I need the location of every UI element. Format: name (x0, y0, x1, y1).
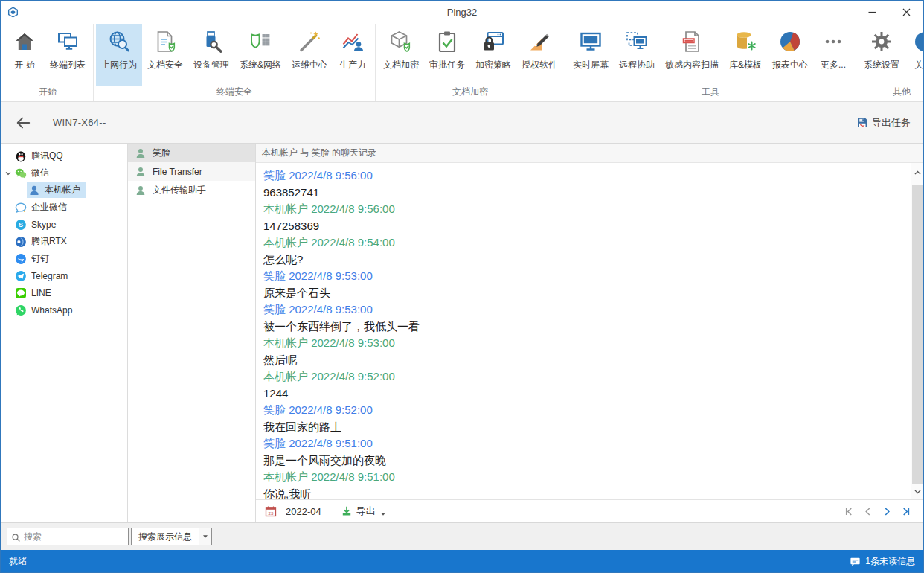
dingtalk-icon (15, 253, 27, 265)
device-management-icon (199, 30, 223, 54)
ribbon-group-label: 工具 (568, 86, 853, 100)
scroll-down-icon[interactable] (911, 484, 923, 498)
contact-row[interactable]: 文件传输助手 (128, 181, 255, 199)
ribbon-button-web-behavior[interactable]: 上网行为 (96, 24, 142, 86)
ribbon-button-report-center[interactable]: 报表中心 (767, 24, 813, 86)
message-sender-time: 笑脸 2022/4/8 9:52:00 (263, 402, 903, 418)
contact-icon (135, 185, 147, 196)
message-sender-time: 笑脸 2022/4/8 9:56:00 (263, 167, 903, 184)
ribbon-button-label: 系统设置 (864, 59, 899, 71)
ribbon-button-label: 加密策略 (475, 59, 511, 71)
ribbon-button-library-template[interactable]: 库&模板 (724, 24, 767, 86)
search-filter-dropdown[interactable]: 搜索展示信息 (131, 528, 212, 545)
sensitive-scan-icon (680, 30, 704, 54)
sidebar-item-label: 钉钉 (31, 252, 49, 265)
page-first-button[interactable] (841, 505, 855, 518)
search-icon (11, 532, 21, 542)
sidebar-item-account[interactable]: 本机帐户 (1, 182, 127, 199)
ribbon-button-productivity[interactable]: 生产力 (333, 24, 373, 86)
ribbon-button-label: 系统&网络 (240, 59, 281, 71)
ribbon-button-system-network[interactable]: 系统&网络 (234, 24, 286, 86)
document-shield-icon (153, 30, 177, 54)
export-button[interactable]: 导出 (341, 505, 386, 518)
message-text: 原来是个石头 (263, 284, 903, 301)
whatsapp-icon (15, 304, 27, 316)
message-text: 你说,我听 (263, 485, 903, 499)
message-text: 被一个东西绊倒了，我低头一看 (263, 318, 903, 335)
contact-label: 笑脸 (153, 147, 170, 159)
ribbon-button-label: 上网行为 (101, 59, 137, 71)
unread-messages-button[interactable]: 1条未读信息 (850, 555, 915, 568)
page-prev-button[interactable] (861, 505, 874, 518)
export-task-icon (856, 117, 868, 129)
search-input[interactable] (24, 531, 124, 542)
ribbon-button-terminal-list[interactable]: 终端列表 (45, 24, 91, 86)
ribbon-button-remote-assist[interactable]: 远程协助 (614, 24, 660, 86)
report-center-icon (778, 30, 802, 54)
ribbon-button-sensitive-scan[interactable]: 敏感内容扫描 (660, 24, 724, 86)
message-sender-time: 笑脸 2022/4/8 9:53:00 (263, 268, 903, 284)
skype-icon: S (15, 219, 27, 231)
sidebar-item-telegram[interactable]: Telegram (1, 267, 127, 284)
message-sender-time: 本机帐户 2022/4/8 9:52:00 (263, 368, 903, 385)
close-button[interactable] (889, 1, 923, 24)
productivity-icon (341, 30, 365, 54)
wechat-icon (15, 167, 27, 179)
sidebar-item-whatsapp[interactable]: WhatsApp (1, 301, 127, 318)
unread-messages-label: 1条未读信息 (865, 555, 915, 568)
ribbon-button-label: 关 于 (914, 59, 924, 71)
sidebar-item-label: 腾讯RTX (31, 235, 67, 248)
app-window: Ping32 开 始终端列表开始上网行为文档安全设备管理系统&网络运维中心生产力… (0, 0, 924, 573)
sidebar-item-line[interactable]: LINE (1, 284, 127, 301)
page-next-button[interactable] (880, 505, 893, 518)
page-last-button[interactable] (899, 505, 913, 518)
ribbon-button-encrypt-policy[interactable]: 加密策略 (470, 24, 516, 86)
contact-list: 笑脸File Transfer文件传输助手 (128, 144, 256, 522)
ribbon-button-settings[interactable]: 系统设置 (859, 24, 905, 86)
export-task-button[interactable]: 导出任务 (856, 116, 911, 129)
ribbon-button-about[interactable]: 关 于 (905, 24, 924, 86)
ribbon-button-ops-center[interactable]: 运维中心 (286, 24, 333, 86)
ribbon-button-more[interactable]: 更多... (813, 24, 853, 86)
sidebar-item-wechat[interactable]: 微信 (1, 164, 127, 182)
filter-caret-icon[interactable] (199, 528, 211, 545)
encrypt-policy-icon (481, 30, 505, 54)
ribbon-button-authorized-software[interactable]: 授权软件 (516, 24, 562, 86)
ribbon-button-device-management[interactable]: 设备管理 (188, 24, 234, 86)
scrollbar-thumb[interactable] (912, 185, 923, 484)
month-picker[interactable]: 23 2022-04 (265, 505, 321, 517)
ribbon-button-home[interactable]: 开 始 (4, 24, 45, 86)
window-controls (855, 1, 923, 24)
ribbon-button-approval-task[interactable]: 审批任务 (424, 24, 470, 86)
sidebar-item-rtx[interactable]: 腾讯RTX (1, 233, 127, 250)
contact-row[interactable]: File Transfer (128, 162, 255, 181)
sidebar-item-skype[interactable]: SSkype (1, 216, 127, 233)
telegram-icon (15, 270, 27, 282)
ops-center-icon (298, 30, 321, 54)
document-encrypt-icon (389, 30, 413, 54)
sidebar-item-wecom[interactable]: 企业微信 (1, 199, 127, 216)
library-template-icon (734, 30, 757, 54)
message-text: 那是一个风雨交加的夜晚 (263, 452, 903, 469)
ribbon-button-realtime-screen[interactable]: 实时屏幕 (568, 24, 614, 86)
calendar-icon: 23 (265, 505, 277, 517)
scroll-up-icon[interactable] (911, 166, 923, 179)
ribbon-button-label: 实时屏幕 (573, 59, 609, 71)
approval-task-icon (435, 30, 459, 54)
chat-body: 笑脸 2022/4/8 9:56:00963852741本机帐户 2022/4/… (256, 163, 923, 499)
vertical-scrollbar[interactable] (911, 163, 923, 499)
month-value: 2022-04 (286, 506, 321, 517)
message-text: 147258369 (263, 217, 903, 234)
search-filter-label: 搜索展示信息 (132, 531, 199, 543)
contact-label: 文件传输助手 (153, 184, 206, 196)
sidebar-item-dingtalk[interactable]: 钉钉 (1, 250, 127, 267)
ribbon-button-document-encrypt[interactable]: 文档加密 (378, 24, 424, 86)
back-button[interactable] (13, 113, 33, 132)
contact-row[interactable]: 笑脸 (128, 144, 255, 162)
ribbon-button-document-shield[interactable]: 文档安全 (142, 24, 188, 86)
message-sender-time: 本机帐户 2022/4/8 9:53:00 (263, 335, 903, 351)
ribbon-button-label: 生产力 (339, 59, 366, 71)
sidebar-item-qq[interactable]: 腾讯QQ (1, 147, 127, 164)
minimize-button[interactable] (855, 1, 889, 24)
message-text: 963852741 (263, 184, 903, 201)
